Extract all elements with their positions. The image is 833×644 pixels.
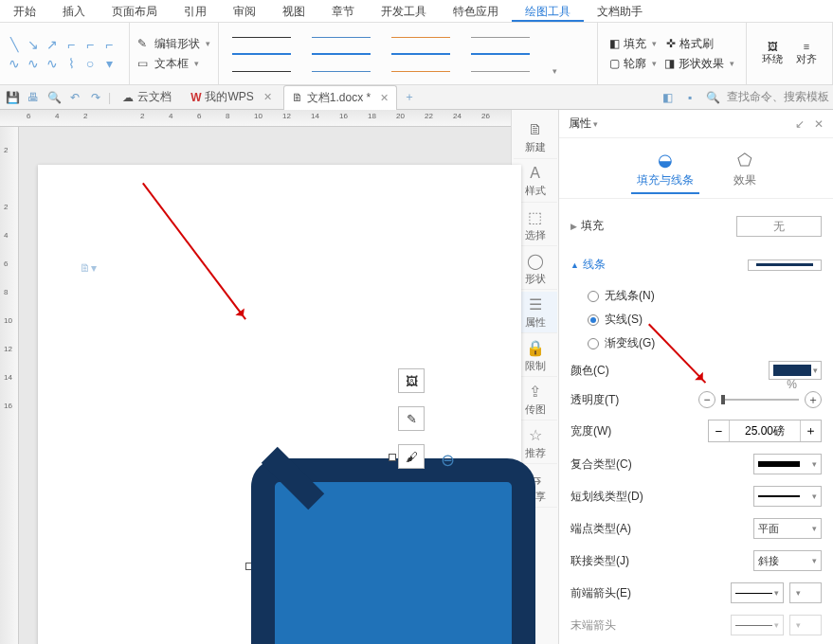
main-area: 6 4 2 2 4 6 8 10 12 14 16 18 20 22 24 26… bbox=[0, 110, 833, 644]
canvas-inner: 2 2 4 6 8 10 12 14 16 🗎▾ bbox=[0, 127, 511, 644]
join-combo[interactable]: 斜接▾ bbox=[753, 550, 822, 571]
line-section-toggle[interactable]: ▲ 线条 bbox=[570, 251, 606, 278]
line-preview[interactable] bbox=[748, 259, 822, 271]
tab-featured[interactable]: 特色应用 bbox=[440, 0, 512, 22]
fill-section-toggle[interactable]: ▶ 填充 bbox=[570, 212, 604, 240]
tab-drawing-tools[interactable]: 绘图工具 bbox=[512, 0, 584, 22]
tab-references[interactable]: 引用 bbox=[171, 0, 220, 22]
radio-icon bbox=[588, 291, 599, 302]
end-arrow-size-combo[interactable]: ▾ bbox=[789, 615, 822, 635]
fill-picker-button[interactable]: 🖌 bbox=[398, 444, 425, 469]
ribbon-tabs: 开始 插入 页面布局 引用 审阅 视图 章节 开发工具 特色应用 绘图工具 文档… bbox=[0, 0, 833, 23]
line-tool-8[interactable]: ∿ bbox=[27, 57, 40, 70]
caret-icon[interactable]: ▾ bbox=[593, 119, 598, 129]
end-arrow-label: 末端箭头 bbox=[570, 617, 616, 634]
format-painter-button[interactable]: 格式刷 bbox=[679, 36, 714, 52]
doc-tab-bar: 💾 🖶 🔍 ↶ ↷ | ☁ 云文档 W 我的WPS ✕ 🗎 文档1.docx *… bbox=[0, 85, 833, 110]
pin-icon[interactable]: ▪ bbox=[681, 89, 698, 106]
search-command-input[interactable]: 查找命令、搜索模板 bbox=[727, 89, 829, 105]
wrap-button[interactable]: 🖼 环绕 bbox=[758, 41, 787, 66]
width-increase[interactable]: ＋ bbox=[800, 420, 821, 441]
line-tool-5[interactable]: ⌐ bbox=[83, 38, 97, 51]
new-tab-icon[interactable]: ＋ bbox=[401, 89, 418, 106]
cloud-docs-tab[interactable]: ☁ 云文档 bbox=[115, 85, 179, 110]
end-arrow-combo[interactable]: ▾ bbox=[731, 615, 784, 635]
line-tool-4[interactable]: ⌐ bbox=[64, 38, 78, 51]
line-tool-11[interactable]: ○ bbox=[83, 57, 97, 70]
side-new[interactable]: 🗎新建 bbox=[514, 117, 557, 159]
edit-shape-label: 编辑形状 bbox=[154, 36, 200, 52]
radio-solid-line[interactable]: 实线(S) bbox=[570, 308, 822, 331]
tab-devtools[interactable]: 开发工具 bbox=[368, 0, 440, 22]
tab-page-layout[interactable]: 页面布局 bbox=[99, 0, 171, 22]
close-panel-icon[interactable]: ✕ bbox=[814, 117, 824, 131]
transparency-decrease[interactable]: − bbox=[698, 391, 715, 408]
tab-effects[interactable]: ⬠ 效果 bbox=[728, 146, 762, 194]
selection-handle[interactable] bbox=[389, 454, 396, 461]
cap-combo[interactable]: 平面▾ bbox=[753, 518, 822, 539]
fill-button[interactable]: ◧ 填充▾ ✜ 格式刷 bbox=[606, 34, 738, 54]
line-tool-7[interactable]: ∿ bbox=[8, 57, 21, 70]
tab-insert[interactable]: 插入 bbox=[49, 0, 99, 22]
qat-print-icon[interactable]: 🖶 bbox=[25, 89, 42, 106]
search-icon[interactable]: 🔍 bbox=[704, 89, 721, 106]
width-decrease[interactable]: − bbox=[709, 420, 730, 441]
close-icon[interactable]: ✕ bbox=[263, 91, 272, 103]
textbox-icon: ▭ bbox=[137, 57, 151, 70]
text-box-button[interactable]: ▭ 文本框 ▾ bbox=[137, 54, 210, 74]
outline-button[interactable]: 轮廓 bbox=[624, 56, 646, 72]
line-tool-3[interactable]: ↗ bbox=[45, 38, 59, 51]
my-wps-tab[interactable]: W 我的WPS ✕ bbox=[183, 85, 280, 110]
wrap-align-group: 🖼 环绕 ≡ 对齐 bbox=[747, 23, 833, 84]
dash-combo[interactable]: ▾ bbox=[753, 486, 822, 507]
monitor-shape[interactable]: ⊖ bbox=[251, 458, 535, 644]
radio-gradient-line[interactable]: 渐变线(G) bbox=[570, 331, 822, 355]
align-icon: ≡ bbox=[792, 41, 821, 52]
gallery-more-icon[interactable]: ▾ bbox=[552, 66, 557, 76]
line-tool-9[interactable]: ∿ bbox=[45, 57, 59, 70]
window-icon[interactable]: ◧ bbox=[659, 89, 676, 106]
cube-icon: ◨ bbox=[664, 57, 675, 70]
qat-undo-icon[interactable]: ↶ bbox=[66, 89, 83, 106]
width-input[interactable] bbox=[730, 424, 800, 438]
qat-save-icon[interactable]: 💾 bbox=[4, 89, 21, 106]
tab-doc-helper[interactable]: 文档助手 bbox=[584, 0, 656, 22]
line-tool-10[interactable]: ⌇ bbox=[64, 57, 78, 70]
lines-gallery: ╲ ↘ ↗ ⌐ ⌐ ⌐ ∿ ∿ ∿ ⌇ ○ ▾ bbox=[0, 23, 130, 84]
minus-handle-icon[interactable]: ⊖ bbox=[441, 450, 455, 471]
collapse-icon[interactable]: ↙ bbox=[795, 117, 805, 131]
compound-combo[interactable]: ▾ bbox=[753, 454, 822, 474]
color-label: 颜色(C) bbox=[570, 363, 609, 379]
line-tool-12[interactable]: ▾ bbox=[102, 57, 116, 70]
qat-redo-icon[interactable]: ↷ bbox=[87, 89, 104, 106]
rotate-button[interactable]: ✎ bbox=[398, 406, 425, 431]
transparency-slider[interactable] bbox=[721, 399, 799, 401]
tab-fill-line[interactable]: ◒ 填充与线条 bbox=[631, 146, 699, 194]
line-tool-6[interactable]: ⌐ bbox=[102, 38, 116, 51]
qat-preview-icon[interactable]: 🔍 bbox=[45, 89, 63, 106]
color-styles-gallery[interactable]: ▾ bbox=[219, 23, 598, 84]
line-color-picker[interactable]: ▾ bbox=[769, 361, 822, 380]
line-tool-1[interactable]: ╲ bbox=[8, 38, 21, 51]
begin-arrow-size-combo[interactable]: ▾ bbox=[789, 582, 822, 603]
close-icon[interactable]: ✕ bbox=[380, 92, 389, 104]
bucket-icon: ◒ bbox=[658, 150, 673, 170]
begin-arrow-combo[interactable]: ▾ bbox=[731, 582, 784, 603]
radio-no-line[interactable]: 无线条(N) bbox=[570, 284, 822, 308]
fill-none-button[interactable]: 无 bbox=[736, 216, 822, 237]
align-button[interactable]: ≡ 对齐 bbox=[792, 41, 821, 66]
layout-options-button[interactable]: 🖼 bbox=[398, 368, 425, 393]
shape-effects-button[interactable]: 形状效果 bbox=[679, 56, 724, 72]
tab-chapters[interactable]: 章节 bbox=[318, 0, 368, 22]
width-spinner[interactable]: − ＋ bbox=[708, 420, 822, 442]
tab-start[interactable]: 开始 bbox=[0, 0, 49, 22]
edit-shape-button[interactable]: ✎ 编辑形状 ▾ bbox=[137, 34, 210, 54]
transparency-increase[interactable]: ＋ bbox=[805, 391, 822, 408]
shape-icon: ◯ bbox=[527, 252, 544, 270]
active-doc-tab[interactable]: 🗎 文档1.docx * ✕ bbox=[283, 85, 397, 110]
tri-down-icon: ▲ bbox=[570, 260, 579, 270]
line-tool-2[interactable]: ↘ bbox=[27, 38, 40, 51]
wrap-icon: 🖼 bbox=[758, 41, 787, 52]
tab-review[interactable]: 审阅 bbox=[220, 0, 269, 22]
tab-view[interactable]: 视图 bbox=[269, 0, 318, 22]
